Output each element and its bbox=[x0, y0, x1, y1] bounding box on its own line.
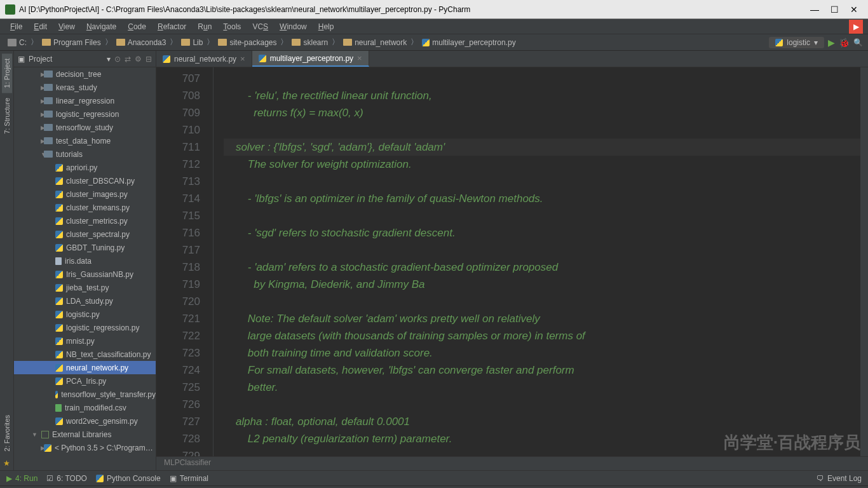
crumb-root[interactable]: C: bbox=[5, 38, 29, 47]
tree-label: GBDT_Tuning.py bbox=[66, 243, 125, 252]
tree-item[interactable]: jieba_test.py bbox=[14, 281, 156, 294]
tree-item[interactable]: cluster_metrics.py bbox=[14, 214, 156, 227]
folder-icon bbox=[181, 39, 190, 46]
folder-icon bbox=[44, 97, 53, 104]
bottom-run[interactable]: ▶ 4: Run bbox=[6, 474, 37, 483]
close-icon[interactable]: × bbox=[357, 53, 362, 63]
menu-refactor[interactable]: Refactor bbox=[153, 21, 191, 32]
tree-item[interactable]: ▶logistic_regression bbox=[14, 107, 156, 121]
settings-icon[interactable]: ⇄ bbox=[125, 55, 131, 64]
tree-item[interactable]: logistic.py bbox=[14, 308, 156, 321]
tree-item[interactable]: GBDT_Tuning.py bbox=[14, 241, 156, 254]
crumb-item[interactable]: Program Files bbox=[39, 38, 104, 47]
tree-item[interactable]: ▼tutorials bbox=[14, 147, 156, 161]
tree-item[interactable]: cluster_kmeans.py bbox=[14, 201, 156, 214]
menu-vcs[interactable]: VCS bbox=[247, 21, 273, 32]
python-icon bbox=[55, 191, 63, 198]
tree-item[interactable]: ▶tensorflow_study bbox=[14, 121, 156, 134]
tree-label: test_data_home bbox=[56, 137, 111, 146]
tree-item[interactable]: iris.data bbox=[14, 254, 156, 268]
tree-item[interactable]: ▶decision_tree bbox=[14, 67, 156, 81]
tree-item[interactable]: ▶linear_regression bbox=[14, 94, 156, 107]
bottom-terminal[interactable]: ▣ Terminal bbox=[170, 474, 208, 483]
close-icon[interactable]: × bbox=[240, 54, 245, 64]
tree-item[interactable]: mnist.py bbox=[14, 334, 156, 348]
menu-edit[interactable]: Edit bbox=[29, 21, 52, 32]
close-button[interactable]: ✕ bbox=[850, 4, 858, 15]
collapse-icon[interactable]: ⊙ bbox=[114, 55, 121, 64]
project-sidebar: ▣ Project ▾ ⊙ ⇄ ⚙ ⊟ ▶decision_tree▶keras… bbox=[14, 51, 156, 470]
crumb-file[interactable]: multilayer_perceptron.py bbox=[419, 38, 518, 47]
tree-label: Iris_GaussianNB.py bbox=[66, 270, 133, 279]
code-source[interactable]: - 'relu', the rectified linear unit func… bbox=[214, 67, 860, 456]
app-icon bbox=[5, 4, 15, 15]
tab-favorites[interactable]: 2: Favorites bbox=[2, 410, 12, 456]
menu-view[interactable]: View bbox=[53, 21, 80, 32]
tree-item[interactable]: ▶keras_study bbox=[14, 81, 156, 94]
tree-item[interactable]: word2vec_gensim.py bbox=[14, 414, 156, 428]
menu-navigate[interactable]: Navigate bbox=[81, 21, 121, 32]
crumb-item[interactable]: sklearn bbox=[289, 38, 330, 47]
tree-item[interactable]: train_modified.csv bbox=[14, 401, 156, 414]
event-log[interactable]: 🗨 Event Log bbox=[817, 474, 862, 483]
tree-item[interactable]: NB_text_classification.py bbox=[14, 348, 156, 361]
crumb-item[interactable]: Anaconda3 bbox=[114, 38, 169, 47]
tree-label: logistic_regression bbox=[56, 110, 119, 119]
project-view-icon[interactable]: ▣ bbox=[18, 55, 25, 64]
line-gutter: 7077087097107117127137147157167177187197… bbox=[156, 67, 214, 456]
project-tree[interactable]: ▶decision_tree▶keras_study▶linear_regres… bbox=[14, 67, 156, 470]
tree-item[interactable]: logistic_regression.py bbox=[14, 321, 156, 334]
tree-item[interactable]: ▼External Libraries bbox=[14, 428, 156, 441]
folder-icon bbox=[44, 71, 53, 78]
debug-icon[interactable]: 🐞 bbox=[839, 37, 850, 48]
bottom-todo[interactable]: ☑ 6: TODO bbox=[46, 474, 87, 483]
tree-label: logistic_regression.py bbox=[66, 323, 139, 332]
menu-tools[interactable]: Tools bbox=[218, 21, 246, 32]
menu-file[interactable]: File bbox=[5, 21, 27, 32]
tree-item[interactable]: ▶< Python 3.5 > C:\Program… bbox=[14, 441, 156, 454]
tree-item[interactable]: LDA_study.py bbox=[14, 294, 156, 308]
search-icon[interactable]: 🔍 bbox=[853, 38, 863, 47]
tree-item[interactable]: neural_network.py bbox=[14, 361, 156, 374]
editor-tab[interactable]: neural_network.py× bbox=[156, 51, 252, 67]
right-gutter[interactable] bbox=[860, 67, 868, 456]
tree-label: mnist.py bbox=[66, 337, 95, 346]
tab-label: neural_network.py bbox=[174, 55, 236, 64]
tree-item[interactable]: cluster_images.py bbox=[14, 187, 156, 201]
run-icon[interactable]: ▶ bbox=[828, 37, 835, 48]
run-config-selector[interactable]: logistic▾ bbox=[769, 37, 824, 48]
tree-label: NB_text_classification.py bbox=[66, 350, 151, 359]
code-breadcrumb[interactable]: MLPClassifier bbox=[156, 456, 868, 470]
stop-run-icon[interactable]: ▶ bbox=[849, 20, 863, 34]
crumb-item[interactable]: Lib bbox=[179, 38, 205, 47]
menu-code[interactable]: Code bbox=[123, 21, 151, 32]
tab-project[interactable]: 1: Project bbox=[2, 53, 12, 93]
hide-icon[interactable]: ⊟ bbox=[146, 55, 152, 64]
gear-icon[interactable]: ⚙ bbox=[135, 55, 142, 64]
menu-run[interactable]: Run bbox=[193, 21, 217, 32]
crumb-item[interactable]: neural_network bbox=[341, 38, 409, 47]
tree-label: tensorflow_style_transfer.py bbox=[61, 390, 156, 399]
crumb-item[interactable]: site-packages bbox=[215, 38, 279, 47]
tree-label: decision_tree bbox=[56, 70, 101, 79]
star-icon: ★ bbox=[3, 456, 10, 470]
tab-structure[interactable]: 7: Structure bbox=[2, 93, 12, 139]
tree-label: cluster_DBSCAN.py bbox=[66, 177, 135, 186]
tree-item[interactable]: cluster_spectral.py bbox=[14, 227, 156, 241]
minimize-button[interactable]: — bbox=[810, 4, 819, 15]
tree-item[interactable]: apriori.py bbox=[14, 161, 156, 174]
tree-item[interactable]: PCA_Iris.py bbox=[14, 374, 156, 388]
editor-tab[interactable]: multilayer_perceptron.py× bbox=[252, 51, 369, 67]
tree-item[interactable]: Iris_GaussianNB.py bbox=[14, 268, 156, 281]
menu-help[interactable]: Help bbox=[313, 21, 339, 32]
tree-item[interactable]: tensorflow_style_transfer.py bbox=[14, 388, 156, 401]
maximize-button[interactable]: ☐ bbox=[831, 4, 839, 15]
python-icon bbox=[55, 217, 63, 225]
bottom-pyconsole[interactable]: Python Console bbox=[96, 474, 161, 483]
tree-label: External Libraries bbox=[52, 430, 111, 439]
tree-item[interactable]: ▶test_data_home bbox=[14, 134, 156, 147]
menu-window[interactable]: Window bbox=[275, 21, 312, 32]
folder-icon bbox=[44, 137, 53, 144]
tree-item[interactable]: cluster_DBSCAN.py bbox=[14, 174, 156, 187]
folder-icon bbox=[44, 124, 53, 131]
